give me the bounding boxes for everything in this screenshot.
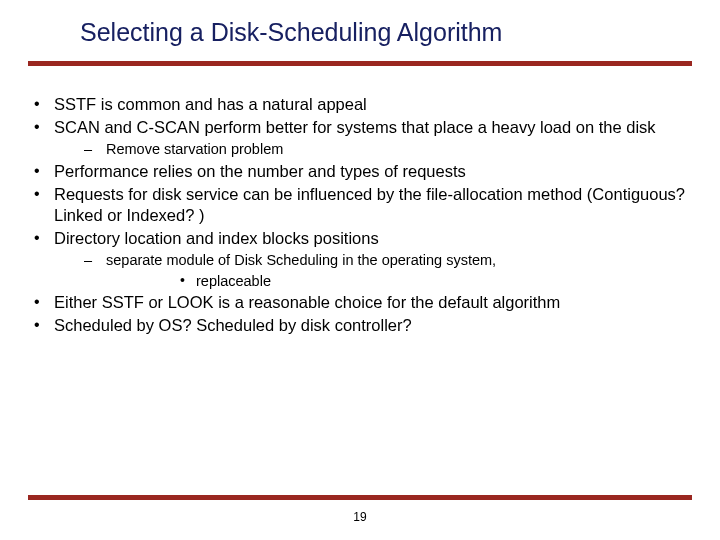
divider-top	[28, 61, 692, 66]
sub-bullet-item: separate module of Disk Scheduling in th…	[54, 251, 692, 290]
bullet-item: SSTF is common and has a natural appeal	[28, 94, 692, 115]
divider-bottom	[28, 495, 692, 500]
page-number: 19	[0, 510, 720, 524]
sub-bullet-text: separate module of Disk Scheduling in th…	[106, 252, 496, 268]
subsub-bullet-item: replaceable	[106, 272, 692, 291]
bullet-item: Performance relies on the number and typ…	[28, 161, 692, 182]
bullet-item: Requests for disk service can be influen…	[28, 184, 692, 226]
bullet-text: SCAN and C-SCAN perform better for syste…	[54, 118, 656, 136]
bullet-item: Scheduled by OS? Scheduled by disk contr…	[28, 315, 692, 336]
bullet-item: Directory location and index blocks posi…	[28, 228, 692, 290]
bullet-item: Either SSTF or LOOK is a reasonable choi…	[28, 292, 692, 313]
slide-content: SSTF is common and has a natural appeal …	[28, 94, 692, 337]
bullet-item: SCAN and C-SCAN perform better for syste…	[28, 117, 692, 159]
slide-title: Selecting a Disk-Scheduling Algorithm	[28, 18, 692, 61]
sub-bullet-item: Remove starvation problem	[54, 140, 692, 159]
bullet-text: Directory location and index blocks posi…	[54, 229, 379, 247]
